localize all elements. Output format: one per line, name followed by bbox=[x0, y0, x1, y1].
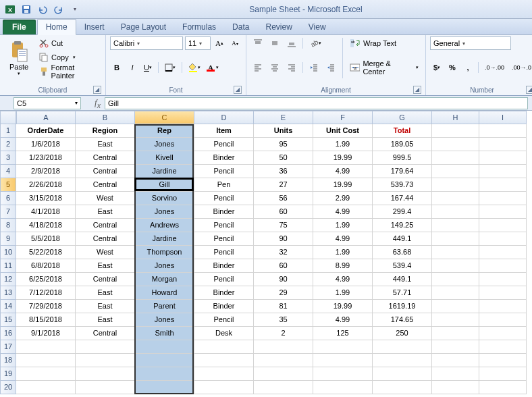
cell[interactable] bbox=[76, 381, 135, 394]
cell[interactable]: 8/15/2018 bbox=[16, 313, 76, 327]
cell[interactable]: Pencil bbox=[194, 246, 254, 259]
cell[interactable]: 81 bbox=[254, 300, 313, 313]
cell[interactable] bbox=[254, 354, 313, 367]
cell[interactable] bbox=[194, 381, 254, 394]
cell[interactable]: 1/23/2018 bbox=[16, 151, 76, 165]
save-icon[interactable] bbox=[19, 2, 34, 17]
align-center-button[interactable] bbox=[267, 61, 282, 74]
cell[interactable]: Region bbox=[76, 124, 135, 138]
col-header-F[interactable]: F bbox=[313, 111, 373, 124]
cell[interactable] bbox=[373, 381, 432, 394]
cell[interactable] bbox=[135, 367, 194, 381]
cell[interactable]: 1.99 bbox=[313, 138, 373, 151]
undo-icon[interactable] bbox=[35, 2, 50, 17]
cell[interactable]: Rep bbox=[135, 124, 194, 138]
cell[interactable] bbox=[432, 165, 479, 178]
cell[interactable]: Pencil bbox=[194, 273, 254, 286]
decrease-indent-button[interactable] bbox=[307, 61, 321, 74]
cell[interactable] bbox=[373, 367, 432, 381]
row-header[interactable]: 20 bbox=[0, 381, 16, 394]
cell[interactable]: East bbox=[76, 286, 135, 300]
cell[interactable]: 50 bbox=[254, 151, 313, 165]
col-header-G[interactable]: G bbox=[373, 111, 432, 124]
cell[interactable]: 449.1 bbox=[373, 273, 432, 286]
tab-file[interactable]: File bbox=[3, 20, 36, 34]
cell[interactable]: 32 bbox=[254, 246, 313, 259]
cell[interactable] bbox=[432, 151, 479, 165]
fill-color-button[interactable]: ▾ bbox=[186, 61, 203, 74]
cell[interactable]: 1.99 bbox=[313, 246, 373, 259]
cell[interactable]: Parent bbox=[135, 300, 194, 313]
paste-button[interactable]: Paste ▾ bbox=[4, 36, 34, 81]
cell[interactable] bbox=[432, 340, 479, 354]
cell[interactable]: 1.99 bbox=[313, 219, 373, 232]
col-header-E[interactable]: E bbox=[254, 111, 313, 124]
cell[interactable]: East bbox=[76, 138, 135, 151]
cell[interactable]: Item bbox=[194, 124, 254, 138]
cell[interactable] bbox=[432, 124, 479, 138]
cell[interactable] bbox=[76, 354, 135, 367]
cell[interactable] bbox=[479, 259, 527, 273]
cell[interactable]: Unit Cost bbox=[313, 124, 373, 138]
format-painter-button[interactable]: Format Painter bbox=[36, 65, 101, 78]
cell[interactable]: 27 bbox=[254, 178, 313, 192]
cell[interactable]: 2 bbox=[254, 327, 313, 340]
cell[interactable] bbox=[479, 138, 527, 151]
cell[interactable]: 149.25 bbox=[373, 219, 432, 232]
cell[interactable]: 36 bbox=[254, 165, 313, 178]
number-dialog-launcher[interactable]: ◢ bbox=[526, 86, 532, 94]
cell[interactable]: 4.99 bbox=[313, 205, 373, 219]
align-middle-button[interactable] bbox=[267, 36, 282, 50]
cell[interactable]: Units bbox=[254, 124, 313, 138]
cell[interactable]: Central bbox=[76, 151, 135, 165]
bold-button[interactable]: B bbox=[110, 61, 124, 74]
cell[interactable]: 5/5/2018 bbox=[16, 232, 76, 246]
cell[interactable]: Kivell bbox=[135, 151, 194, 165]
cell[interactable] bbox=[479, 178, 527, 192]
cell[interactable]: Jones bbox=[135, 313, 194, 327]
row-header[interactable]: 18 bbox=[0, 354, 16, 367]
row-header[interactable]: 1 bbox=[0, 124, 16, 138]
row-header[interactable]: 5 bbox=[0, 178, 16, 192]
tab-insert[interactable]: Insert bbox=[76, 20, 113, 34]
cell[interactable]: 4.99 bbox=[313, 165, 373, 178]
cell[interactable]: 60 bbox=[254, 205, 313, 219]
cell[interactable]: Jones bbox=[135, 138, 194, 151]
cell[interactable]: East bbox=[76, 313, 135, 327]
cell[interactable]: Central bbox=[76, 219, 135, 232]
cell[interactable]: Gill bbox=[135, 178, 194, 192]
cell[interactable]: 1619.19 bbox=[373, 300, 432, 313]
cell[interactable]: East bbox=[76, 205, 135, 219]
cell[interactable]: 189.05 bbox=[373, 138, 432, 151]
cell[interactable]: West bbox=[76, 192, 135, 205]
cell[interactable]: 1/6/2018 bbox=[16, 138, 76, 151]
cell[interactable] bbox=[432, 205, 479, 219]
cell[interactable] bbox=[16, 381, 76, 394]
tab-data[interactable]: Data bbox=[224, 20, 257, 34]
cell[interactable]: 95 bbox=[254, 138, 313, 151]
grow-font-button[interactable]: A▴ bbox=[213, 36, 226, 50]
cell[interactable]: 90 bbox=[254, 232, 313, 246]
row-header[interactable]: 12 bbox=[0, 273, 16, 286]
select-all-corner[interactable] bbox=[0, 111, 16, 124]
cell[interactable]: 4/1/2018 bbox=[16, 205, 76, 219]
cut-button[interactable]: Cut bbox=[36, 36, 101, 50]
cell[interactable]: 19.99 bbox=[313, 178, 373, 192]
cell[interactable]: Jones bbox=[135, 259, 194, 273]
row-header[interactable]: 15 bbox=[0, 313, 16, 327]
cell[interactable]: 90 bbox=[254, 273, 313, 286]
font-dialog-launcher[interactable]: ◢ bbox=[234, 86, 242, 94]
cell[interactable]: Howard bbox=[135, 286, 194, 300]
cell[interactable] bbox=[313, 381, 373, 394]
cell[interactable] bbox=[479, 300, 527, 313]
cell[interactable] bbox=[16, 367, 76, 381]
row-header[interactable]: 13 bbox=[0, 286, 16, 300]
font-name-combo[interactable]: Calibri▾ bbox=[110, 36, 183, 50]
cell[interactable] bbox=[479, 151, 527, 165]
align-top-button[interactable] bbox=[250, 36, 265, 50]
cell[interactable]: Pencil bbox=[194, 232, 254, 246]
cell[interactable]: 179.64 bbox=[373, 165, 432, 178]
row-header[interactable]: 19 bbox=[0, 367, 16, 381]
cell[interactable] bbox=[479, 381, 527, 394]
italic-button[interactable]: I bbox=[126, 61, 139, 74]
